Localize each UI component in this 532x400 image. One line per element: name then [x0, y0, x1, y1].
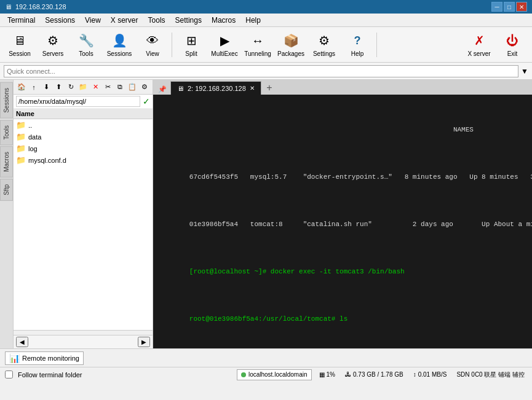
terminal-tab-1[interactable]: 🖥 2: 192.168.230.128 ✕	[170, 81, 261, 95]
network-value: 0.01 MB/S	[418, 371, 447, 378]
file-list: 📁 .. 📁 data 📁 log 📁 mysql.conf.d	[14, 119, 153, 330]
settings-label: Settings	[313, 50, 335, 57]
packages-button[interactable]: 📦 Packages	[275, 29, 307, 60]
file-item-mysqlconfd[interactable]: 📁 mysql.conf.d	[14, 154, 153, 166]
file-item-data[interactable]: 📁 data	[14, 131, 153, 143]
toolbar: 🖥 Session ⚙ Servers 🔧 Tools 👤 Sessions 👁…	[0, 27, 532, 63]
toolbar-sep-2	[376, 33, 377, 57]
tools-icon: 🔧	[77, 32, 95, 49]
fp-copy-button[interactable]: ⧉	[114, 82, 125, 93]
fp-paste-button[interactable]: 📋	[127, 82, 138, 93]
multiexec-button[interactable]: ▶ MultiExec	[208, 29, 240, 60]
fp-home-button[interactable]: 🏠	[16, 82, 27, 93]
close-button[interactable]: ✕	[516, 2, 527, 12]
session-icon: 🖥	[11, 32, 28, 49]
network-indicator: ↕ 0.01 MB/S	[411, 371, 450, 378]
fp-upload-button[interactable]: ⬆	[53, 82, 64, 93]
session-label: Session	[9, 50, 31, 57]
title-bar-controls: ─ □ ✕	[491, 2, 527, 12]
menu-help[interactable]: Help	[240, 15, 266, 26]
minimize-button[interactable]: ─	[491, 2, 502, 12]
left-sidebar: Sessions Tools Macros Sftp	[0, 80, 14, 348]
xserver-label: X server	[467, 50, 490, 57]
split-button[interactable]: ⊞ Split	[175, 29, 207, 60]
servers-label: Servers	[42, 50, 63, 57]
host-indicator: localhost.localdomain	[237, 369, 312, 380]
terminal-content[interactable]: NAMES 67cd6f5453f5 mysql:5.7 "docker-ent…	[153, 95, 532, 348]
remote-monitoring-button[interactable]: 📊 Remote monitoring	[5, 351, 84, 365]
file-item-name: ..	[28, 122, 32, 129]
terminal-line-4: root@01e3986bf5a4:/usr/local/tomcat# ls	[157, 305, 532, 334]
pin-icon: 📌	[158, 85, 167, 93]
fp-download-button[interactable]: ⬇	[41, 82, 52, 93]
folder-icon: 📁	[16, 155, 26, 165]
menu-settings[interactable]: Settings	[170, 15, 207, 26]
terminal-line-3: [root@localhost ~]# docker exec -it tomc…	[157, 258, 532, 286]
sessions-button[interactable]: 👤 Sessions	[103, 29, 135, 60]
folder-icon: 📁	[16, 144, 26, 153]
cpu-icon: ▦	[319, 371, 325, 378]
follow-terminal-label: Follow terminal folder	[18, 371, 82, 378]
view-button[interactable]: 👁 View	[137, 29, 169, 60]
menu-view[interactable]: View	[80, 15, 106, 26]
terminal-line-1: 67cd6f5453f5 mysql:5.7 "docker-entrypoin…	[157, 163, 532, 192]
sidebar-tab-tools[interactable]: Tools	[0, 120, 13, 145]
status-green-dot	[241, 372, 246, 377]
fp-refresh-button[interactable]: ↻	[65, 82, 76, 93]
fp-settings-button[interactable]: ⚙	[139, 82, 150, 93]
sidebar-tab-macros[interactable]: Macros	[0, 146, 13, 178]
tab-add-button[interactable]: +	[263, 81, 276, 95]
servers-button[interactable]: ⚙ Servers	[37, 29, 69, 60]
path-check-icon: ✓	[143, 96, 150, 106]
menu-sessions[interactable]: Sessions	[40, 15, 80, 26]
settings-button[interactable]: ⚙ Settings	[308, 29, 340, 60]
tab-bar: 📌 🖥 2: 192.168.230.128 ✕ + 📎	[153, 80, 532, 95]
fp-up-button[interactable]: ↑	[28, 82, 39, 93]
tools-label: Tools	[79, 50, 93, 57]
terminal-line-0: NAMES	[157, 116, 532, 144]
tools-button[interactable]: 🔧 Tools	[70, 29, 102, 60]
file-item-log[interactable]: 📁 log	[14, 143, 153, 154]
tunneling-icon: ↔	[249, 32, 266, 49]
menu-tools[interactable]: Tools	[143, 15, 170, 26]
quick-connect-bar: ▼	[0, 63, 532, 80]
file-panel-scrollbar[interactable]	[14, 330, 153, 335]
fp-newfolder-button[interactable]: 📁	[77, 82, 89, 93]
servers-icon: ⚙	[44, 32, 62, 49]
help-button[interactable]: ? Help	[341, 29, 373, 60]
maximize-button[interactable]: □	[504, 2, 515, 12]
file-panel-nav: ◀ ▶	[14, 335, 153, 348]
menu-terminal[interactable]: Terminal	[2, 15, 40, 26]
menu-xserver[interactable]: X server	[106, 15, 143, 26]
follow-terminal-checkbox[interactable]	[5, 371, 13, 378]
file-list-header: Name	[14, 109, 153, 119]
folder-icon: 📁	[16, 120, 26, 130]
session-button[interactable]: 🖥 Session	[4, 29, 36, 60]
menu-macros[interactable]: Macros	[207, 15, 240, 26]
scroll-right-button[interactable]: ▶	[138, 337, 150, 347]
multiexec-label: MultiExec	[211, 50, 237, 57]
file-panel-toolbar: 🏠 ↑ ⬇ ⬆ ↻ 📁 ✕ ✂ ⧉ 📋 ⚙	[14, 80, 153, 95]
scroll-left-button[interactable]: ◀	[16, 337, 28, 347]
xserver-button[interactable]: ✗ X server	[463, 29, 495, 60]
tab-close-button[interactable]: ✕	[250, 85, 255, 92]
file-item-parent[interactable]: 📁 ..	[14, 119, 153, 131]
fp-cut-button[interactable]: ✂	[102, 82, 113, 93]
title-bar-left: 🖥 192.168.230.128	[5, 3, 66, 10]
file-item-name: log	[28, 145, 38, 152]
view-label: View	[146, 50, 159, 57]
file-col-name-header: Name	[14, 109, 153, 119]
sidebar-tab-sessions[interactable]: Sessions	[0, 82, 13, 119]
exit-label: Exit	[507, 50, 518, 57]
path-bar: ✓	[14, 95, 153, 109]
sidebar-tab-sftp[interactable]: Sftp	[0, 179, 13, 201]
exit-button[interactable]: ⏻ Exit	[496, 29, 528, 60]
split-icon: ⊞	[183, 32, 200, 49]
quick-connect-input[interactable]	[4, 65, 518, 77]
status-bar: 📊 Remote monitoring	[0, 348, 532, 367]
tunneling-label: Tunneling	[244, 50, 271, 57]
monitor-label: Remote monitoring	[22, 355, 79, 362]
fp-delete-button[interactable]: ✕	[90, 82, 101, 93]
tunneling-button[interactable]: ↔ Tunneling	[242, 29, 274, 60]
path-input[interactable]	[16, 96, 140, 107]
